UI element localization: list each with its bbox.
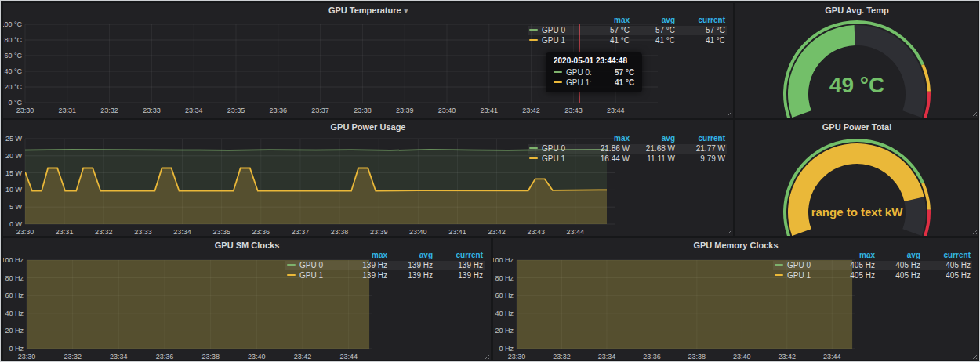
svg-text:23:34: 23:34 — [598, 353, 616, 360]
legend-value: 405 Hz — [922, 261, 972, 270]
panel-title-text: GPU Memory Clocks — [693, 241, 778, 250]
panel-title-gpu-memory-clocks[interactable]: GPU Memory Clocks — [493, 238, 978, 252]
svg-text:23:38: 23:38 — [201, 353, 220, 360]
legend-value: 139 Hz — [343, 271, 389, 281]
legend-value: 21.68 W — [631, 144, 677, 154]
legend-value: 41 °C — [677, 36, 727, 45]
svg-text:23:30: 23:30 — [18, 353, 36, 360]
panel-title-gpu-sm-clocks[interactable]: GPU SM Clocks — [3, 238, 491, 252]
svg-text:23:30: 23:30 — [16, 107, 34, 114]
legend-series-gpu-1[interactable]: GPU 1 — [773, 271, 831, 281]
legend-value: 11.11 W — [631, 154, 677, 164]
svg-text:100 Hz: 100 Hz — [3, 256, 24, 264]
legend-series-gpu-1[interactable]: GPU 1 — [528, 154, 586, 164]
legend-header-max[interactable]: max — [586, 134, 631, 143]
panel-gpu-memory-clocks: GPU Memory Clocks 0 Hz20 Hz40 Hz60 Hz80 … — [493, 238, 978, 360]
series-color-dash-icon — [775, 264, 783, 266]
legend-value: 21.86 W — [586, 144, 631, 154]
legend-value: 9.79 W — [677, 154, 727, 164]
svg-text:23:40: 23:40 — [248, 353, 266, 360]
svg-text:23:31: 23:31 — [56, 228, 74, 236]
legend-series-gpu-0[interactable]: GPU 0 — [528, 26, 586, 35]
tooltip-series-value: 57 °C — [615, 67, 634, 78]
svg-text:23:36: 23:36 — [252, 228, 270, 236]
gpu-power-total-gauge: range to text kW — [735, 120, 978, 236]
svg-text:20 °C: 20 °C — [4, 83, 22, 91]
svg-text:23:42: 23:42 — [488, 228, 506, 236]
svg-text:15 W: 15 W — [5, 169, 23, 177]
svg-text:20 Hz: 20 Hz — [495, 327, 514, 335]
chevron-down-icon[interactable]: ▾ — [405, 7, 408, 15]
svg-text:23:31: 23:31 — [59, 107, 77, 114]
panel-title-gpu-power-usage[interactable]: GPU Power Usage — [3, 120, 733, 134]
legend-series-gpu-0[interactable]: GPU 0 — [285, 261, 343, 270]
legend-value: 139 Hz — [389, 261, 434, 270]
panel-gpu-temperature: GPU Temperature▾ 0 °C20 °C40 °C60 °C80 °… — [3, 3, 733, 118]
panel-title-text: GPU Temperature — [328, 5, 401, 15]
svg-text:0 Hz: 0 Hz — [9, 345, 24, 353]
legend-series-gpu-1[interactable]: GPU 1 — [285, 271, 343, 281]
tooltip-series-row: GPU 1:41 °C — [554, 78, 634, 88]
legend-value: 405 Hz — [831, 271, 877, 281]
panel-gpu-power-usage: GPU Power Usage 0 W5 W10 W15 W20 W25 W23… — [3, 120, 733, 236]
legend-series-gpu-1[interactable]: GPU 1 — [528, 36, 586, 45]
svg-text:23:42: 23:42 — [522, 107, 540, 114]
panel-title-text: GPU Power Total — [822, 122, 891, 132]
legend-header-avg[interactable]: avg — [631, 134, 677, 143]
svg-text:23:44: 23:44 — [567, 228, 585, 236]
svg-text:20 W: 20 W — [5, 152, 23, 160]
svg-text:5 W: 5 W — [9, 203, 23, 211]
panel-title-text: GPU Avg. Temp — [825, 5, 889, 15]
legend-value: 405 Hz — [831, 261, 877, 270]
svg-text:23:41: 23:41 — [481, 107, 499, 114]
svg-text:23:34: 23:34 — [110, 353, 128, 360]
svg-text:23:40: 23:40 — [438, 107, 456, 114]
svg-text:23:40: 23:40 — [733, 353, 751, 360]
panel-title-text: GPU Power Usage — [331, 122, 406, 132]
legend-header-spacer — [528, 134, 586, 143]
panel-title-text: GPU SM Clocks — [215, 241, 280, 250]
panel-title-gpu-avg-temp[interactable]: GPU Avg. Temp — [735, 3, 978, 17]
svg-text:23:32: 23:32 — [95, 228, 113, 236]
svg-text:60 Hz: 60 Hz — [5, 291, 24, 299]
legend-value: 139 Hz — [343, 261, 389, 270]
svg-text:23:36: 23:36 — [156, 353, 174, 360]
legend-series-gpu-0[interactable]: GPU 0 — [773, 261, 831, 270]
series-color-dash-icon — [554, 81, 562, 83]
svg-text:60 °C: 60 °C — [4, 52, 22, 60]
legend-value: 139 Hz — [434, 271, 485, 281]
svg-text:23:32: 23:32 — [64, 353, 82, 360]
svg-text:23:32: 23:32 — [100, 107, 118, 114]
svg-text:23:33: 23:33 — [134, 228, 152, 236]
svg-text:80 Hz: 80 Hz — [495, 274, 514, 282]
grafana-dashboard: GPU Temperature▾ 0 °C20 °C40 °C60 °C80 °… — [0, 0, 980, 362]
tooltip-timestamp: 2020-05-01 23:44:48 — [554, 56, 634, 65]
svg-text:23:44: 23:44 — [607, 107, 625, 114]
gpu-avg-temp-gauge: 49 °C — [735, 3, 978, 118]
svg-text:80 Hz: 80 Hz — [5, 274, 24, 282]
svg-text:60 Hz: 60 Hz — [495, 291, 514, 299]
svg-text:20 Hz: 20 Hz — [5, 327, 24, 335]
gauge-value-text: range to text kW — [811, 205, 904, 219]
panel-title-gpu-temperature[interactable]: GPU Temperature▾ — [3, 3, 733, 17]
legend-header-current[interactable]: current — [677, 134, 727, 143]
tooltip-series-label: GPU 1: — [566, 78, 604, 88]
svg-text:23:38: 23:38 — [331, 228, 349, 236]
legend-value: 16.44 W — [586, 154, 631, 164]
series-color-dash-icon — [554, 71, 562, 73]
series-color-dash-icon — [529, 157, 538, 159]
panel-gpu-power-total: GPU Power Total range to text kW — [735, 120, 978, 236]
svg-text:23:43: 23:43 — [564, 107, 583, 114]
legend-value: 21.77 W — [677, 144, 727, 154]
panel-gpu-sm-clocks: GPU SM Clocks 0 Hz20 Hz40 Hz60 Hz80 Hz10… — [3, 238, 491, 360]
panel-title-gpu-power-total[interactable]: GPU Power Total — [735, 120, 978, 134]
legend-series-gpu-0[interactable]: GPU 0 — [528, 144, 586, 154]
legend-value: 41 °C — [586, 36, 631, 45]
series-color-dash-icon — [775, 274, 783, 276]
legend-value: 41 °C — [631, 36, 677, 45]
legend-value: 405 Hz — [922, 271, 972, 281]
svg-text:23:37: 23:37 — [292, 228, 310, 236]
legend-value: 57 °C — [677, 26, 727, 35]
series-color-dash-icon — [287, 274, 296, 276]
svg-text:23:35: 23:35 — [227, 107, 245, 114]
